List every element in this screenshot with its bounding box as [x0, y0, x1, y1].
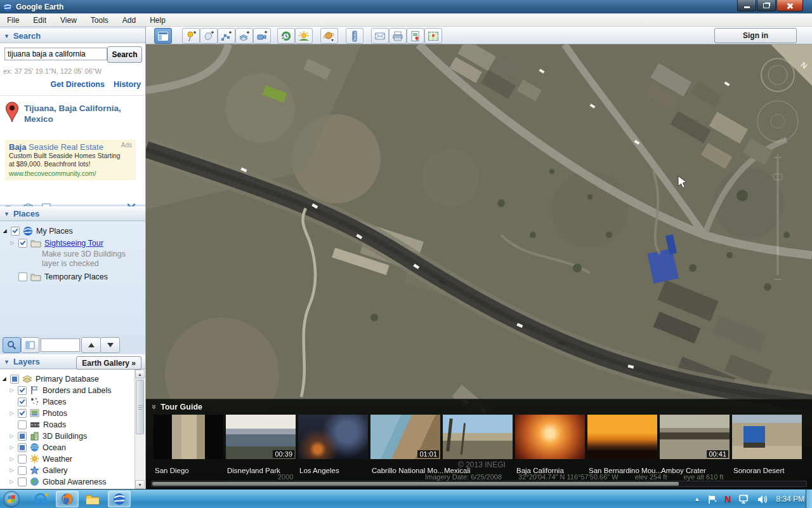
layer-ocean[interactable]: ▷ Ocean: [9, 442, 66, 453]
expander-closed-icon[interactable]: ▷: [9, 433, 15, 439]
temporary-places-label[interactable]: Temporary Places: [44, 272, 108, 281]
tour-thumbnail[interactable]: 01:01: [370, 415, 440, 459]
title-bar[interactable]: Google Earth: [0, 0, 812, 14]
hidden-icons-chevron[interactable]: ▲: [694, 496, 700, 502]
layer-label[interactable]: Places: [43, 398, 67, 406]
layer-primary-database[interactable]: ◢ Primary Database: [1, 373, 99, 384]
scrollbar-thumb[interactable]: [136, 380, 144, 434]
tour-item-amboy-crater[interactable]: 00:41 Amboy Crater: [660, 415, 730, 459]
expander-closed-icon[interactable]: ▷: [9, 456, 15, 462]
my-places-label[interactable]: My Places: [36, 227, 73, 236]
ad-url-link[interactable]: www.thecovecommunity.com/: [9, 170, 132, 177]
tour-item-los-angeles[interactable]: Los Angeles: [298, 415, 368, 459]
tour-item-mexicali[interactable]: Mexicali: [443, 415, 513, 459]
gallery-checkbox[interactable]: [18, 466, 27, 475]
sunlight-button[interactable]: [295, 28, 313, 44]
map-viewport[interactable]: N » Tour Guide San Diego 00:39 Disneylan…: [146, 44, 812, 489]
tour-item-san-bernardino[interactable]: San Bernardino Mou...: [587, 415, 657, 459]
earth-gallery-button[interactable]: Earth Gallery »: [76, 356, 141, 370]
roads-checkbox[interactable]: [18, 420, 27, 429]
layer-label[interactable]: Borders and Labels: [43, 386, 111, 395]
ad-box[interactable]: Baja Seaside Real Estate Ads Custom Buil…: [5, 140, 136, 180]
places-layer-checkbox[interactable]: [18, 398, 27, 406]
collapse-triangle-icon[interactable]: ▼: [4, 211, 10, 217]
tour-thumbnail[interactable]: 00:39: [226, 415, 296, 459]
tour-item-san-diego[interactable]: San Diego: [154, 415, 223, 459]
add-path-button[interactable]: [218, 28, 235, 44]
sightseeing-tour-label[interactable]: Sightseeing Tour: [44, 239, 103, 248]
print-button[interactable]: [389, 28, 407, 44]
expander-closed-icon[interactable]: ▷: [9, 410, 15, 416]
toggle-panel-button[interactable]: [21, 337, 39, 353]
tour-item-disneyland[interactable]: 00:39 Disneyland Park: [226, 415, 296, 459]
sidebar-toggle-button[interactable]: [154, 28, 172, 44]
places-filter-input[interactable]: [41, 338, 80, 352]
expander-closed-icon[interactable]: ▷: [9, 444, 15, 450]
photos-checkbox[interactable]: [18, 409, 27, 418]
layers-panel-header[interactable]: ▼ Layers Earth Gallery »: [0, 354, 145, 369]
historical-imagery-button[interactable]: [277, 28, 295, 44]
search-places-button[interactable]: [3, 337, 21, 353]
start-button[interactable]: [3, 491, 20, 507]
minimize-button[interactable]: [737, 0, 756, 11]
save-image-button[interactable]: [407, 28, 424, 44]
tour-thumbnail[interactable]: 00:41: [660, 415, 730, 459]
taskbar-internet-explorer[interactable]: [29, 491, 52, 507]
scrollbar-thumb[interactable]: [152, 482, 679, 486]
history-link[interactable]: History: [114, 80, 141, 89]
previous-result-button[interactable]: [81, 337, 101, 353]
layer-global-awareness[interactable]: ▷ Global Awareness: [9, 476, 107, 487]
expander-closed-icon[interactable]: ▷: [9, 467, 15, 473]
collapse-chevrons-icon[interactable]: »: [150, 404, 159, 409]
search-result-title[interactable]: Tijuana, Baja California, Mexico: [24, 104, 132, 125]
expander-open-icon[interactable]: ◢: [1, 376, 7, 382]
tour-guide-header[interactable]: » Tour Guide: [152, 402, 202, 411]
tree-item-temporary-places[interactable]: Temporary Places: [10, 271, 108, 282]
temporary-places-checkbox[interactable]: [18, 272, 27, 281]
volume-icon[interactable]: [757, 495, 768, 504]
layer-3d-buildings[interactable]: ▷ 3D Buildings: [9, 431, 87, 441]
weather-checkbox[interactable]: [18, 455, 27, 464]
restore-button[interactable]: [757, 0, 776, 11]
tree-item-my-places[interactable]: ◢ My Places: [2, 225, 73, 236]
planets-button[interactable]: [320, 28, 338, 44]
taskbar-firefox[interactable]: [56, 491, 79, 507]
menu-tools[interactable]: Tools: [84, 15, 115, 26]
layer-weather[interactable]: ▷ Weather: [9, 453, 72, 464]
menu-add[interactable]: Add: [115, 15, 143, 26]
get-directions-link[interactable]: Get Directions: [50, 80, 104, 89]
layer-roads[interactable]: Roads: [9, 419, 66, 430]
my-places-checkbox[interactable]: [11, 227, 20, 236]
sightseeing-checkbox[interactable]: [18, 239, 27, 248]
collapse-triangle-icon[interactable]: ▼: [4, 359, 10, 365]
layer-label[interactable]: Weather: [43, 455, 72, 464]
action-center-flag-icon[interactable]: [707, 495, 717, 504]
borders-checkbox[interactable]: [18, 386, 27, 395]
menu-view[interactable]: View: [53, 15, 84, 26]
network-icon[interactable]: [738, 494, 750, 504]
expander-closed-icon[interactable]: ▷: [9, 387, 15, 393]
tour-thumbnail[interactable]: [154, 415, 223, 459]
tour-item-baja-california[interactable]: Baja California: [515, 415, 585, 459]
layer-borders-labels[interactable]: ▷ Borders and Labels: [9, 385, 111, 396]
tree-item-sightseeing-tour[interactable]: ▷ Sightseeing Tour: [10, 237, 103, 248]
buildings-checkbox[interactable]: [18, 432, 27, 441]
tour-thumbnail[interactable]: [515, 415, 585, 459]
taskbar-clock[interactable]: 8:34 PM: [776, 495, 804, 504]
tour-thumbnail[interactable]: [732, 415, 802, 459]
taskbar-explorer[interactable]: [81, 491, 104, 507]
email-button[interactable]: [371, 28, 389, 44]
menu-help[interactable]: Help: [143, 15, 173, 26]
navigation-controls[interactable]: [756, 56, 801, 297]
ad-title[interactable]: Baja Seaside Real Estate: [9, 142, 132, 152]
tour-guide-scrollbar[interactable]: [151, 481, 807, 487]
layers-scrollbar[interactable]: ▲ ▼: [134, 370, 145, 489]
global-awareness-checkbox[interactable]: [18, 478, 27, 486]
show-desktop-button[interactable]: [806, 490, 812, 508]
collapse-triangle-icon[interactable]: ▼: [4, 33, 10, 39]
next-result-button[interactable]: [100, 337, 120, 353]
ocean-checkbox[interactable]: [18, 443, 27, 452]
layer-gallery[interactable]: ▷ Gallery: [9, 465, 68, 476]
tour-item-sonoran-desert[interactable]: Sonoran Desert: [732, 415, 802, 459]
layer-label[interactable]: Gallery: [43, 466, 68, 475]
